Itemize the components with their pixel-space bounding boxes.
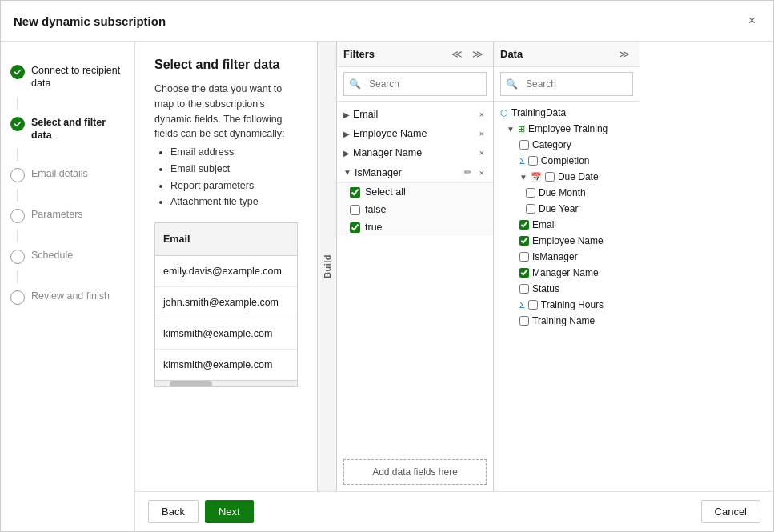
- checkbox-category[interactable]: [519, 140, 529, 150]
- filter-item-employeename[interactable]: ▶ Employee Name ×: [337, 124, 493, 143]
- add-data-fields-button[interactable]: Add data fields here: [343, 459, 487, 485]
- filter-email-actions: ×: [477, 109, 487, 120]
- data-search-input[interactable]: [521, 75, 628, 93]
- panels-container: Build Filters ≪ ≫: [317, 42, 773, 491]
- filter-option-false[interactable]: false: [337, 201, 493, 218]
- build-tab[interactable]: Build: [318, 42, 337, 491]
- filter-item-managername[interactable]: ▶ Manager Name ×: [337, 143, 493, 162]
- filter-empname-expand-icon: ▶: [343, 130, 350, 138]
- due-date-expand-icon: ▼: [519, 173, 527, 182]
- checkbox-ismanager[interactable]: [519, 252, 529, 262]
- filter-email-remove-btn[interactable]: ×: [477, 109, 487, 120]
- filter-option-true[interactable]: true: [337, 218, 493, 236]
- checkbox-trainingname[interactable]: [519, 316, 529, 326]
- filter-ismanager-label: IsManager: [355, 167, 402, 178]
- table-row[interactable]: kimsmith@example.com Jonathan Lee Jonath…: [155, 318, 297, 350]
- next-button[interactable]: Next: [205, 500, 254, 523]
- tree-traininghours[interactable]: Σ Training Hours: [494, 297, 640, 313]
- filter-item-ismanager[interactable]: ▼ IsManager ✏ ×: [337, 162, 493, 182]
- checkbox-selectall[interactable]: [350, 187, 360, 198]
- checkbox-managername[interactable]: [519, 268, 529, 278]
- filters-title: Filters: [343, 48, 375, 60]
- modal-footer: Back Next Cancel: [135, 491, 773, 531]
- tree-ismanager[interactable]: IsManager: [494, 249, 640, 265]
- filter-empname-label: Employee Name: [353, 128, 427, 139]
- tree-duemonth[interactable]: Due Month: [494, 185, 640, 201]
- tree-email[interactable]: Email: [494, 217, 640, 233]
- filter-ismanager-remove-btn[interactable]: ×: [477, 166, 487, 178]
- scrollbar-thumb[interactable]: [170, 381, 212, 387]
- checkbox-dueyear[interactable]: [526, 204, 535, 214]
- checkbox-completion[interactable]: [528, 156, 538, 166]
- tree-trainingname[interactable]: Training Name: [494, 313, 640, 329]
- data-table-scroll[interactable]: Email Employee Name Manager Name emily.d…: [155, 223, 297, 380]
- sidebar-item-email[interactable]: Email details: [1, 161, 134, 189]
- cancel-button[interactable]: Cancel: [701, 500, 760, 523]
- tree-employeename[interactable]: Employee Name: [494, 233, 640, 249]
- data-search-wrapper: 🔍: [500, 72, 633, 96]
- bullet-4: Attachment file type: [170, 194, 298, 210]
- data-panel-expand-icon[interactable]: ≫: [616, 46, 633, 62]
- modal-overlay: New dynamic subscription × Connect to re…: [0, 0, 774, 532]
- table-row[interactable]: emily.davis@example.com Emily Davis Emil…: [155, 256, 297, 287]
- data-panel-search-area: 🔍: [494, 67, 640, 102]
- checkbox-employeename[interactable]: [519, 236, 529, 246]
- tree-status-label: Status: [532, 283, 559, 294]
- filter-email-label: Email: [353, 109, 378, 120]
- tree-duedate[interactable]: ▼ 📅 Due Date: [494, 169, 640, 185]
- tree-dueyear[interactable]: Due Year: [494, 201, 640, 217]
- close-button[interactable]: ×: [744, 10, 760, 31]
- filter-ismanager-expand-icon: ▼: [343, 168, 351, 177]
- build-tab-label: Build: [323, 254, 332, 278]
- filter-mgr-remove-btn[interactable]: ×: [477, 147, 487, 158]
- table-row[interactable]: john.smith@example.com John Smith John S…: [155, 287, 297, 318]
- section-title: Select and filter data: [154, 58, 298, 72]
- sidebar-item-parameters[interactable]: Parameters: [1, 202, 134, 230]
- sidebar-item-connect[interactable]: Connect to recipient data: [1, 58, 134, 97]
- filter-option-selectall[interactable]: Select all: [337, 183, 493, 201]
- sidebar-label-select: Select and filter data: [31, 116, 125, 142]
- filter-ismanager-edit-btn[interactable]: ✏: [462, 166, 474, 178]
- step-line-3: [17, 189, 18, 202]
- tree-completion[interactable]: Σ Completion: [494, 153, 640, 169]
- cell-email-2: john.smith@example.com: [155, 287, 290, 318]
- checkbox-email[interactable]: [519, 220, 529, 230]
- checkbox-traininghours[interactable]: [528, 300, 538, 310]
- horizontal-scrollbar[interactable]: [155, 380, 297, 386]
- tree-duemonth-label: Due Month: [539, 187, 586, 198]
- table-row[interactable]: kimsmith@example.com Kim Smith Kim Smith: [155, 350, 297, 381]
- filter-item-email[interactable]: ▶ Email ×: [337, 105, 493, 124]
- bullets-list: Email address Email subject Report param…: [170, 145, 298, 210]
- sidebar-item-select[interactable]: Select and filter data: [1, 110, 134, 149]
- table-header-row: Email Employee Name Manager Name: [155, 223, 297, 256]
- checkbox-true[interactable]: [350, 222, 360, 233]
- filter-list: ▶ Email × ▶: [337, 102, 493, 453]
- tree-category[interactable]: Category: [494, 137, 640, 153]
- back-button[interactable]: Back: [148, 500, 199, 523]
- filter-mgr-left: ▶ Manager Name: [343, 147, 422, 158]
- checkbox-false[interactable]: [350, 205, 360, 215]
- tree-managername[interactable]: Manager Name: [494, 265, 640, 281]
- filter-empname-left: ▶ Employee Name: [343, 128, 427, 139]
- footer-left: Back Next: [148, 500, 254, 523]
- filters-search-input[interactable]: [364, 75, 481, 93]
- data-search-icon: 🔍: [506, 78, 518, 90]
- filters-collapse-icon[interactable]: ≪: [448, 46, 466, 62]
- step-line-5: [17, 270, 18, 283]
- checkbox-duedate[interactable]: [545, 172, 555, 182]
- filters-expand-icon[interactable]: ≫: [469, 46, 487, 62]
- tree-status[interactable]: Status: [494, 281, 640, 297]
- main-content: Select and filter data Choose the data y…: [135, 42, 773, 531]
- checkbox-duemonth[interactable]: [526, 188, 535, 198]
- tree-ismanager-label: IsManager: [532, 251, 578, 262]
- sidebar-item-review[interactable]: Review and finish: [1, 283, 134, 311]
- tree-employeename-label: Employee Name: [532, 235, 604, 246]
- filter-empname-remove-btn[interactable]: ×: [477, 128, 487, 139]
- tree-employee-training[interactable]: ▼ ⊞ Employee Training: [494, 121, 640, 137]
- tree-root[interactable]: ⬡ TrainingData: [494, 105, 640, 121]
- filter-ismanager-left: ▼ IsManager: [343, 167, 402, 178]
- calendar-icon: 📅: [531, 172, 542, 182]
- filters-header-icons: ≪ ≫: [448, 46, 487, 62]
- sidebar-item-schedule[interactable]: Schedule: [1, 242, 134, 270]
- checkbox-status[interactable]: [519, 284, 529, 294]
